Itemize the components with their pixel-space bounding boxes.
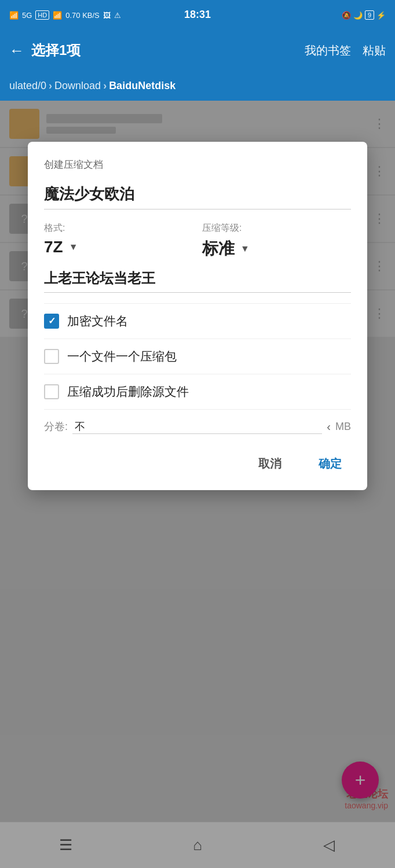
- dialog-buttons: 取消 确定: [44, 440, 351, 476]
- battery-icon: 9: [365, 10, 374, 20]
- delete-after-compress-label: 压缩成功后删除源文件: [67, 384, 189, 400]
- one-file-per-archive-label: 一个文件一个压缩包: [67, 348, 177, 365]
- create-archive-dialog: 创建压缩文档 格式: 7Z ▼ 压缩等级: 标准 ▼ ✓ 加密文件名 一个文件一…: [28, 142, 367, 490]
- dialog-title: 创建压缩文档: [44, 158, 351, 171]
- one-file-per-archive-row[interactable]: 一个文件一个压缩包: [44, 339, 351, 374]
- compression-select[interactable]: 标准 ▼: [202, 238, 351, 260]
- speed-indicator: 0.70 KB/S: [65, 11, 100, 20]
- checkmark-icon: ✓: [48, 317, 56, 326]
- format-select[interactable]: 7Z ▼: [44, 238, 193, 256]
- compression-value: 标准: [202, 238, 235, 260]
- status-left: 📶 5G HD 📶 0.70 KB/S 🖼 ⚠: [9, 10, 121, 20]
- charge-icon: ⚡: [376, 11, 386, 20]
- format-dropdown-arrow[interactable]: ▼: [69, 242, 78, 252]
- one-file-per-archive-checkbox[interactable]: [44, 349, 59, 364]
- compression-group: 压缩等级: 标准 ▼: [202, 222, 351, 260]
- filename-input[interactable]: [44, 182, 351, 209]
- cancel-button[interactable]: 取消: [249, 451, 291, 476]
- breadcrumb-part3[interactable]: BaiduNetdisk: [109, 80, 175, 92]
- format-row: 格式: 7Z ▼ 压缩等级: 标准 ▼: [44, 222, 351, 260]
- delete-after-compress-row[interactable]: 压缩成功后删除源文件: [44, 374, 351, 409]
- compression-dropdown-arrow[interactable]: ▼: [240, 244, 250, 254]
- back-button[interactable]: ←: [9, 42, 24, 60]
- encrypt-filename-label: 加密文件名: [67, 313, 128, 329]
- paste-button[interactable]: 粘贴: [363, 43, 386, 58]
- status-time: 18:31: [184, 9, 211, 21]
- split-arrow-icon[interactable]: ‹: [327, 420, 331, 433]
- split-unit: MB: [335, 421, 351, 433]
- split-row: 分卷: ‹ MB: [44, 410, 351, 440]
- split-input[interactable]: [72, 419, 322, 434]
- nav-right: 我的书签 粘贴: [305, 43, 386, 58]
- format-group: 格式: 7Z ▼: [44, 222, 193, 256]
- encrypt-filename-checkbox[interactable]: ✓: [44, 314, 59, 329]
- alert-icon: ⚠: [114, 11, 121, 20]
- split-label: 分卷:: [44, 420, 68, 433]
- password-input[interactable]: [44, 267, 351, 293]
- status-bar: 📶 5G HD 📶 0.70 KB/S 🖼 ⚠ 18:31 🔕 🌙 9 ⚡: [0, 0, 395, 30]
- confirm-button[interactable]: 确定: [309, 451, 351, 476]
- wifi-icon: 📶: [53, 11, 62, 20]
- breadcrumb-sep2: ›: [103, 80, 107, 92]
- signal-icon: 📶: [9, 11, 19, 20]
- nav-left: ← 选择1项: [9, 41, 81, 60]
- encrypt-filename-row[interactable]: ✓ 加密文件名: [44, 304, 351, 339]
- hd-badge: HD: [35, 10, 49, 20]
- signal-type: 5G: [22, 11, 32, 20]
- breadcrumb-part1[interactable]: ulated/0: [9, 80, 46, 92]
- delete-after-compress-checkbox[interactable]: [44, 384, 59, 399]
- format-value: 7Z: [44, 238, 63, 256]
- photo-icon: 🖼: [103, 11, 111, 20]
- moon-icon: 🌙: [353, 11, 363, 20]
- bookmark-button[interactable]: 我的书签: [305, 43, 351, 58]
- breadcrumb-part2[interactable]: Download: [54, 80, 101, 92]
- compression-label: 压缩等级:: [202, 222, 351, 234]
- nav-bar: ← 选择1项 我的书签 粘贴: [0, 30, 395, 71]
- breadcrumb-sep1: ›: [49, 80, 52, 92]
- breadcrumb-bar: ulated/0 › Download › BaiduNetdisk: [0, 71, 395, 101]
- mute-icon: 🔕: [342, 11, 351, 20]
- format-label: 格式:: [44, 222, 193, 234]
- nav-title: 选择1项: [31, 41, 81, 60]
- status-right: 🔕 🌙 9 ⚡: [342, 10, 386, 20]
